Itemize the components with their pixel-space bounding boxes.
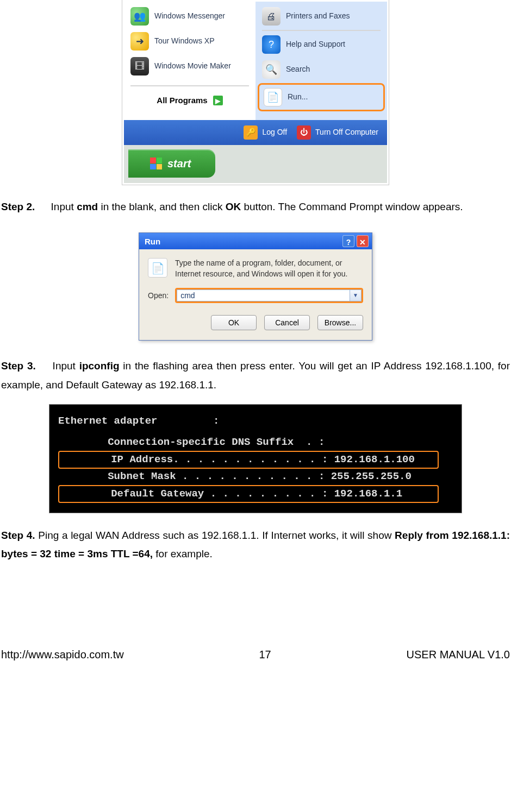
cmd-screenshot: Ethernet adapter : Connection-specific D… xyxy=(49,404,462,513)
start-item-label: Tour Windows XP xyxy=(154,34,214,48)
help-icon: ? xyxy=(262,35,281,54)
step4-paragraph: Step 4. Ping a legal WAN Address such as… xyxy=(1,526,510,563)
run-titlebar: Run ? ✕ xyxy=(139,233,372,249)
step4-number: Step 4. xyxy=(1,530,35,541)
open-input[interactable] xyxy=(177,289,350,301)
run-description: Type the name of a program, folder, docu… xyxy=(175,258,363,279)
start-item-printers[interactable]: 🖨 Printers and Faxes xyxy=(258,4,385,29)
step4-text2: for example. xyxy=(155,548,213,559)
all-programs-button[interactable]: All Programs ▶ xyxy=(126,87,253,113)
taskbar: start xyxy=(124,145,387,183)
logoff-label: Log Off xyxy=(262,125,287,139)
search-icon: 🔍 xyxy=(262,60,281,79)
document-page: 👥 Windows Messenger ➜ Tour Windows XP 🎞 … xyxy=(0,0,511,664)
run-highlight: 📄 Run... xyxy=(258,83,385,111)
step4-text1: Ping a legal WAN Address such as 192.168… xyxy=(38,530,395,541)
run-open-row: Open: ▼ xyxy=(148,288,363,303)
spacer xyxy=(58,429,453,435)
turnoff-button[interactable]: ⏻ Turn Off Computer xyxy=(297,125,378,140)
step3-paragraph: Step 3. Input ipconfig in the flashing a… xyxy=(1,357,510,394)
step3-ipconfig: ipconfig xyxy=(79,360,120,372)
page-number: 17 xyxy=(124,645,407,664)
start-item-label: Run... xyxy=(288,90,308,104)
start-item-label: Windows Messenger xyxy=(154,9,225,23)
step2-text1: Input xyxy=(51,201,77,212)
start-item-messenger[interactable]: 👥 Windows Messenger xyxy=(126,4,253,29)
start-menu-left-col: 👥 Windows Messenger ➜ Tour Windows XP 🎞 … xyxy=(124,2,256,120)
start-label: start xyxy=(167,154,191,173)
cmd-highlight-gateway: Default Gateway . . . . . . . . . : 192.… xyxy=(58,485,439,503)
tour-icon: ➜ xyxy=(130,32,149,51)
start-item-moviemaker[interactable]: 🎞 Windows Movie Maker xyxy=(126,54,253,79)
start-item-label: Windows Movie Maker xyxy=(154,59,231,73)
run-body: 📄 Type the name of a program, folder, do… xyxy=(139,249,372,340)
windows-logo-icon xyxy=(150,158,162,169)
footer-url: http://www.sapido.com.tw xyxy=(1,645,124,664)
step3-number: Step 3. xyxy=(1,360,36,372)
logoff-icon: 🔑 xyxy=(244,125,258,140)
start-item-tour[interactable]: ➜ Tour Windows XP xyxy=(126,29,253,54)
step2-ok: OK xyxy=(226,201,241,212)
separator xyxy=(262,30,381,31)
start-menu-footer: 🔑 Log Off ⏻ Turn Off Computer xyxy=(124,120,387,145)
power-icon: ⏻ xyxy=(297,125,311,140)
cmd-line: Connection-specific DNS Suffix . : xyxy=(58,435,453,450)
ok-button[interactable]: OK xyxy=(211,315,257,330)
all-programs-label: All Programs xyxy=(157,93,207,108)
spacer xyxy=(126,79,253,84)
step2-number: Step 2. xyxy=(1,201,35,212)
movie-maker-icon: 🎞 xyxy=(130,57,149,75)
run-dialog: Run ? ✕ 📄 Type the name of a program, fo… xyxy=(139,232,372,341)
page-footer: http://www.sapido.com.tw 17 USER MANUAL … xyxy=(1,645,510,664)
cmd-ip-line: IP Address. . . . . . . . . . . . : 192.… xyxy=(58,451,453,469)
cmd-line: Subnet Mask . . . . . . . . . . . : 255.… xyxy=(58,469,453,484)
logoff-button[interactable]: 🔑 Log Off xyxy=(244,125,287,140)
printers-icon: 🖨 xyxy=(262,7,281,26)
run-dialog-icon: 📄 xyxy=(148,258,167,278)
start-item-label: Search xyxy=(286,62,310,76)
help-button[interactable]: ? xyxy=(342,235,354,247)
cmd-line: Ethernet adapter : xyxy=(58,413,453,429)
run-title-text: Run xyxy=(145,234,160,249)
start-item-label: Printers and Faxes xyxy=(286,9,350,23)
step3-text1: Input xyxy=(53,360,79,372)
close-button[interactable]: ✕ xyxy=(357,235,369,247)
messenger-icon: 👥 xyxy=(130,7,149,26)
start-item-help[interactable]: ? Help and Support xyxy=(258,32,385,57)
browse-button[interactable]: Browse... xyxy=(317,315,363,330)
turnoff-label: Turn Off Computer xyxy=(315,125,378,139)
step2-cmd: cmd xyxy=(77,201,98,212)
cmd-gw-line: Default Gateway . . . . . . . . . : 192.… xyxy=(58,485,453,503)
step2-text2: in the blank, and then click xyxy=(101,201,226,212)
arrow-right-icon: ▶ xyxy=(213,96,223,105)
start-menu-right-col: 🖨 Printers and Faxes ? Help and Support … xyxy=(256,2,387,120)
footer-version: USER MANUAL V1.0 xyxy=(407,645,510,664)
separator xyxy=(130,85,249,86)
open-label: Open: xyxy=(148,289,169,303)
run-description-row: 📄 Type the name of a program, folder, do… xyxy=(148,258,363,279)
run-icon: 📄 xyxy=(264,88,282,106)
cmd-highlight-ip: IP Address. . . . . . . . . . . . : 192.… xyxy=(58,451,439,469)
start-menu-columns: 👥 Windows Messenger ➜ Tour Windows XP 🎞 … xyxy=(124,2,387,120)
cmd-output: Ethernet adapter : Connection-specific D… xyxy=(49,405,462,513)
open-combobox[interactable]: ▼ xyxy=(175,288,363,303)
step2-text3: button. The Command Prompt window appear… xyxy=(244,201,463,212)
step2-paragraph: Step 2. Input cmd in the blank, and then… xyxy=(1,198,510,216)
start-menu-screenshot: 👥 Windows Messenger ➜ Tour Windows XP 🎞 … xyxy=(122,0,389,185)
start-item-search[interactable]: 🔍 Search xyxy=(258,57,385,82)
start-item-run[interactable]: 📄 Run... xyxy=(259,85,383,110)
cancel-button[interactable]: Cancel xyxy=(264,315,310,330)
dropdown-button[interactable]: ▼ xyxy=(350,289,362,301)
start-button[interactable]: start xyxy=(128,149,215,178)
start-item-label: Help and Support xyxy=(286,37,345,51)
run-button-row: OK Cancel Browse... xyxy=(148,315,363,330)
window-controls: ? ✕ xyxy=(342,235,369,247)
